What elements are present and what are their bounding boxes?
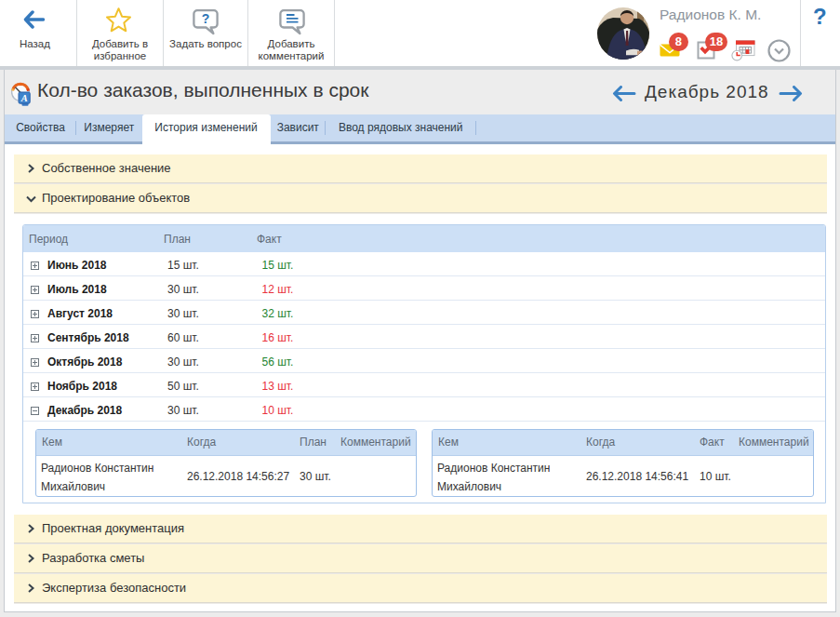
svg-text:?: ? (202, 11, 210, 26)
svg-text:A: A (20, 93, 28, 103)
